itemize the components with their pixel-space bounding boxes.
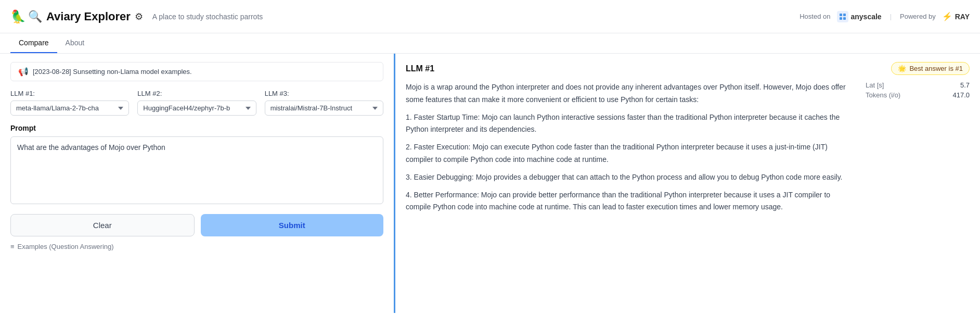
result-body: Mojo is a wrap around the Python interpr… (406, 81, 970, 219)
ray-label: RAY (955, 12, 970, 21)
result-para-3: 3. Easier Debugging: Mojo provides a deb… (406, 171, 855, 184)
stat-tokens-label: Tokens (i/o) (866, 91, 900, 99)
star-icon: 🌟 (898, 65, 906, 72)
llm1-select[interactable]: meta-llama/Llama-2-7b-cha meta-llama/Lla… (10, 101, 129, 116)
result-para-1: 1. Faster Startup Time: Mojo can launch … (406, 111, 855, 136)
header-right: Hosted on anyscale | Powered by ⚡ RAY (800, 11, 970, 22)
llm3-label: LLM #3: (265, 90, 383, 97)
llm2-label: LLM #2: (137, 90, 256, 97)
best-answer-badge: 🌟 Best answer is #1 (891, 62, 970, 75)
notice-text: [2023-08-28] Sunsetting non-Llama model … (33, 68, 192, 76)
svg-rect-1 (843, 14, 846, 16)
app-title: Aviary Explorer (46, 10, 131, 23)
prompt-textarea[interactable]: What are the advantages of Mojo over Pyt… (10, 136, 383, 204)
anyscale-icon (837, 11, 848, 22)
search-icon: 🔍 (28, 10, 42, 23)
tab-compare[interactable]: Compare (10, 33, 57, 53)
result-content: Mojo is a wrap around the Python interpr… (406, 81, 855, 213)
notice-banner: 📢 [2023-08-28] Sunsetting non-Llama mode… (10, 62, 383, 81)
result-para-2: 2. Faster Execution: Mojo can execute Py… (406, 141, 855, 166)
right-panel: LLM #1 🌟 Best answer is #1 Mojo is a wra… (395, 54, 980, 313)
best-answer-text: Best answer is #1 (909, 65, 963, 72)
tabs-bar: Compare About (0, 33, 980, 54)
svg-rect-3 (843, 17, 846, 20)
result-para-0: Mojo is a wrap around the Python interpr… (406, 81, 855, 106)
divider: | (890, 12, 892, 20)
anyscale-label: anyscale (851, 12, 882, 21)
result-stats: Lat [s] 5.7 Tokens (i/o) 417.0 (866, 81, 970, 219)
tagline: A place to study stochastic parrots (152, 12, 263, 21)
github-icon[interactable]: ⚙ (135, 11, 143, 22)
bird-icon: 🦜 (10, 9, 26, 24)
llm3-select[interactable]: mistralai/Mistral-7B-Instruct mistralai/… (265, 101, 383, 116)
clear-button[interactable]: Clear (10, 214, 195, 236)
header-left: 🦜 🔍 Aviary Explorer ⚙ A place to study s… (10, 9, 263, 24)
stat-lat-value: 5.7 (960, 81, 970, 89)
notice-icon: 📢 (18, 67, 29, 77)
ray-icon: ⚡ (942, 11, 952, 21)
svg-rect-0 (840, 14, 842, 16)
result-title: LLM #1 (406, 64, 434, 73)
header: 🦜 🔍 Aviary Explorer ⚙ A place to study s… (0, 0, 980, 33)
examples-icon: ≡ (10, 243, 15, 250)
llm3-group: LLM #3: mistralai/Mistral-7B-Instruct mi… (265, 90, 383, 116)
llm-selectors: LLM #1: meta-llama/Llama-2-7b-cha meta-l… (10, 90, 383, 116)
result-header: LLM #1 🌟 Best answer is #1 (406, 62, 970, 75)
stat-row-tokens: Tokens (i/o) 417.0 (866, 91, 970, 99)
llm1-group: LLM #1: meta-llama/Llama-2-7b-cha meta-l… (10, 90, 129, 116)
result-para-4: 4. Better Performance: Mojo can provide … (406, 189, 855, 214)
main-content: 📢 [2023-08-28] Sunsetting non-Llama mode… (0, 54, 980, 313)
examples-footer[interactable]: ≡ Examples (Question Answering) (10, 243, 383, 250)
stat-row-lat: Lat [s] 5.7 (866, 81, 970, 89)
llm1-label: LLM #1: (10, 90, 129, 97)
powered-by-label: Powered by (900, 12, 936, 20)
result-text-area: Mojo is a wrap around the Python interpr… (406, 81, 855, 219)
hosted-on-label: Hosted on (800, 12, 830, 20)
examples-label: Examples (Question Answering) (18, 243, 114, 250)
stat-tokens-value: 417.0 (952, 91, 970, 99)
button-row: Clear Submit (10, 214, 383, 236)
llm2-select[interactable]: HuggingFaceH4/zephyr-7b-b HuggingFaceH4/… (137, 101, 256, 116)
prompt-label: Prompt (10, 124, 383, 132)
left-panel: 📢 [2023-08-28] Sunsetting non-Llama mode… (0, 54, 395, 313)
ray-logo: ⚡ RAY (942, 11, 970, 21)
stat-lat-label: Lat [s] (866, 81, 884, 89)
svg-rect-2 (840, 17, 842, 20)
llm2-group: LLM #2: HuggingFaceH4/zephyr-7b-b Huggin… (137, 90, 256, 116)
anyscale-logo: anyscale (837, 11, 882, 22)
logo-icons: 🦜 🔍 (10, 9, 42, 24)
app-logo: 🦜 🔍 Aviary Explorer ⚙ (10, 9, 143, 24)
submit-button[interactable]: Submit (201, 214, 384, 236)
tab-about[interactable]: About (57, 33, 93, 53)
